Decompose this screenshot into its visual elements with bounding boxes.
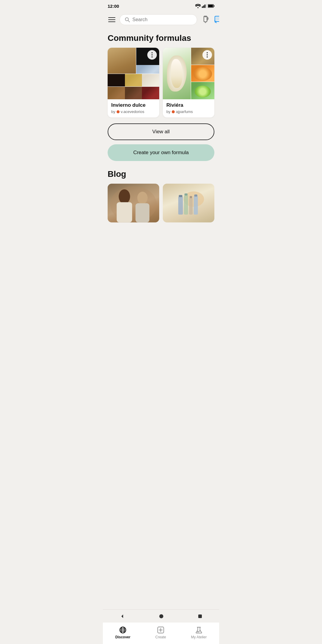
formula-card-invierno[interactable]: Invierno dulce by v.acevedorios xyxy=(108,48,159,117)
svg-rect-27 xyxy=(185,193,188,196)
main-content: Community formulas xyxy=(103,29,219,169)
formula-img-red xyxy=(142,87,159,99)
svg-rect-19 xyxy=(135,203,149,222)
view-all-button[interactable]: View all xyxy=(108,123,214,140)
formula-card-info-right: Riviéra by ajparfums xyxy=(163,99,214,117)
search-icon xyxy=(125,17,130,22)
formula-card-more-left[interactable] xyxy=(147,50,157,60)
navbar xyxy=(103,11,219,29)
search-bar[interactable] xyxy=(120,14,197,25)
formula-name-invierno: Invierno dulce xyxy=(111,102,156,108)
formula-img-black-sticks xyxy=(108,74,125,86)
blog-section: Blog xyxy=(103,169,219,222)
blog-title: Blog xyxy=(108,169,214,179)
formula-card-images-left xyxy=(108,48,159,99)
formula-card-more-right[interactable] xyxy=(202,50,212,60)
svg-rect-4 xyxy=(206,4,207,8)
svg-rect-7 xyxy=(208,5,213,7)
formula-grid: Invierno dulce by v.acevedorios xyxy=(108,48,214,117)
svg-rect-13 xyxy=(216,17,219,20)
author-name-invierno: v.acevedorios xyxy=(121,109,144,114)
formula-card-info-left: Invierno dulce by v.acevedorios xyxy=(108,99,159,117)
author-prefix-riviera: by xyxy=(166,109,171,114)
formula-card-images-right xyxy=(163,48,214,99)
author-prefix: by xyxy=(111,109,115,114)
svg-rect-6 xyxy=(213,5,214,7)
formula-img-dried-flowers xyxy=(125,74,142,86)
status-icons xyxy=(195,4,214,8)
svg-rect-2 xyxy=(203,5,204,8)
formula-author-riviera: by ajparfums xyxy=(166,109,211,114)
formula-img-orange xyxy=(191,65,214,82)
pen-device-icon xyxy=(201,16,210,24)
author-dot-riviera xyxy=(172,110,175,113)
signal-icon xyxy=(202,4,207,8)
svg-rect-22 xyxy=(178,196,183,215)
formula-name-riviera: Riviéra xyxy=(166,102,211,108)
menu-button[interactable] xyxy=(107,16,117,23)
status-time: 12:00 xyxy=(108,4,119,9)
formula-author-invierno: by v.acevedorios xyxy=(111,109,156,114)
author-dot-invierno xyxy=(117,110,120,113)
svg-rect-11 xyxy=(205,17,207,17)
svg-rect-24 xyxy=(189,198,193,215)
formula-img-lime xyxy=(191,82,214,99)
svg-rect-17 xyxy=(117,202,132,222)
device-button[interactable] xyxy=(200,14,211,25)
formula-img-flower-big xyxy=(163,48,191,99)
formula-card-riviera[interactable]: Riviéra by ajparfums xyxy=(163,48,214,117)
svg-rect-3 xyxy=(205,4,205,8)
blog-card-bottles[interactable] xyxy=(163,184,214,222)
screencast-button[interactable] xyxy=(213,14,219,25)
svg-point-0 xyxy=(197,7,199,8)
svg-rect-28 xyxy=(190,196,192,198)
header-actions xyxy=(200,14,219,25)
svg-rect-29 xyxy=(194,194,197,196)
svg-line-9 xyxy=(128,21,130,22)
wifi-icon xyxy=(195,4,201,8)
author-name-riviera: ajparfums xyxy=(176,109,193,114)
blog-grid xyxy=(108,184,214,222)
svg-point-18 xyxy=(137,192,148,204)
screencast-icon xyxy=(214,16,219,24)
battery-icon xyxy=(208,4,214,8)
svg-rect-25 xyxy=(194,196,198,215)
blog-card-couple[interactable] xyxy=(108,184,159,222)
svg-point-16 xyxy=(119,189,130,204)
formula-img-nuts xyxy=(125,87,142,99)
bottles-illustration xyxy=(163,184,214,222)
couple-silhouette xyxy=(108,184,159,222)
formula-img-white-powder xyxy=(142,74,159,86)
svg-rect-26 xyxy=(179,195,182,197)
svg-rect-1 xyxy=(202,7,203,8)
formula-img-wood xyxy=(108,87,125,99)
search-input[interactable] xyxy=(132,17,192,22)
svg-rect-23 xyxy=(184,195,188,215)
status-bar: 12:00 xyxy=(103,0,219,11)
create-formula-button[interactable]: Create your own formula xyxy=(108,144,214,161)
community-formulas-title: Community formulas xyxy=(108,33,214,43)
